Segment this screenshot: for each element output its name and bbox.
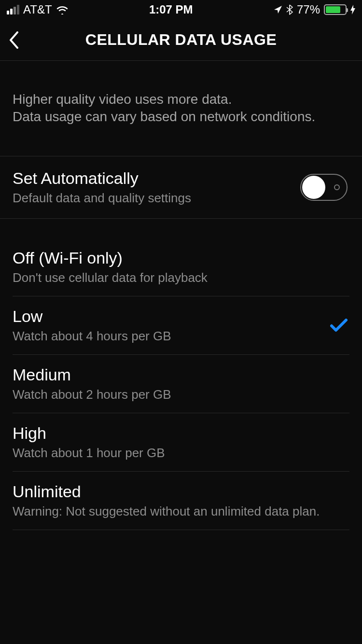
clock: 1:07 PM (149, 3, 193, 16)
option-subtitle: Watch about 4 hours per GB (13, 329, 330, 344)
bluetooth-icon (286, 4, 293, 15)
info-line-2: Data usage can vary based on network con… (13, 108, 349, 126)
wifi-icon (56, 5, 69, 14)
option-high[interactable]: High Watch about 1 hour per GB (13, 413, 349, 472)
option-medium[interactable]: Medium Watch about 2 hours per GB (13, 355, 349, 413)
carrier-label: AT&T (23, 3, 52, 16)
status-bar: AT&T 1:07 PM 77% (0, 0, 362, 19)
battery-icon (324, 4, 347, 15)
set-automatically-toggle[interactable] (300, 174, 348, 201)
option-off[interactable]: Off (Wi-Fi only) Don't use cellular data… (13, 238, 349, 296)
option-subtitle: Don't use cellular data for playback (13, 270, 348, 285)
option-title: Low (13, 307, 330, 326)
set-automatically-row[interactable]: Set Automatically Default data and quali… (0, 156, 362, 219)
page-title: CELLULAR DATA USAGE (0, 31, 362, 49)
option-title: Off (Wi-Fi only) (13, 249, 348, 267)
set-automatically-title: Set Automatically (13, 169, 300, 188)
option-title: Unlimited (13, 482, 348, 501)
option-subtitle: Watch about 1 hour per GB (13, 446, 348, 461)
set-automatically-subtitle: Default data and quality settings (13, 191, 300, 206)
quality-options: Off (Wi-Fi only) Don't use cellular data… (0, 238, 362, 530)
info-text: Higher quality video uses more data. Dat… (0, 61, 362, 156)
location-icon (274, 5, 282, 14)
option-unlimited[interactable]: Unlimited Warning: Not suggested without… (13, 472, 349, 530)
option-title: High (13, 424, 348, 443)
info-line-1: Higher quality video uses more data. (13, 91, 349, 108)
option-subtitle: Warning: Not suggested without an unlimi… (13, 504, 348, 519)
chevron-left-icon (9, 31, 19, 49)
signal-icon (7, 5, 19, 14)
option-title: Medium (13, 365, 348, 384)
option-low[interactable]: Low Watch about 4 hours per GB (13, 296, 349, 355)
option-subtitle: Watch about 2 hours per GB (13, 387, 348, 402)
back-button[interactable] (9, 29, 30, 51)
nav-header: CELLULAR DATA USAGE (0, 19, 362, 61)
charging-icon (350, 5, 355, 14)
checkmark-icon (330, 319, 348, 332)
battery-percent: 77% (297, 3, 320, 16)
